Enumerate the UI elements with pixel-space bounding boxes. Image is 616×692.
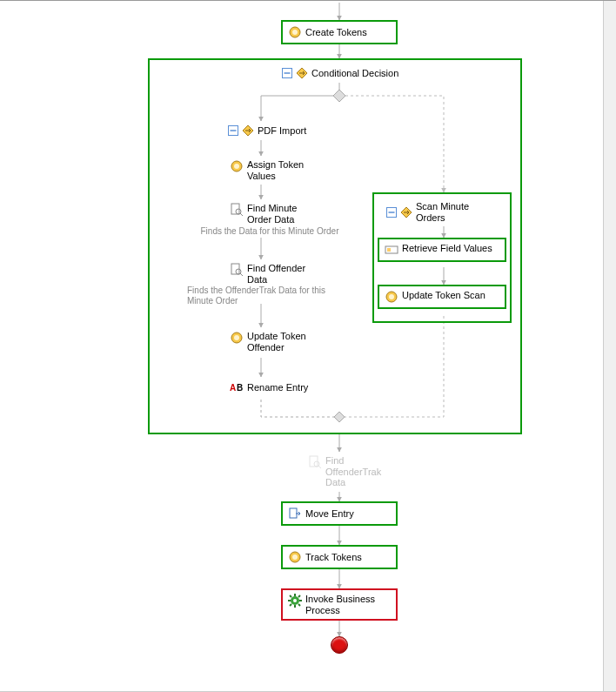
- svg-point-26: [234, 164, 239, 169]
- node-pdf-import[interactable]: PDF Import: [223, 121, 311, 140]
- svg-point-43: [389, 294, 394, 299]
- move-doc-icon: [288, 507, 302, 521]
- node-invoke-business-process[interactable]: Invoke Business Process: [281, 588, 398, 621]
- svg-line-46: [318, 466, 321, 468]
- svg-rect-47: [290, 508, 297, 518]
- node-subtitle: Finds the OffenderTrak Data for this Min…: [187, 285, 352, 306]
- diamond-arrow-icon: [400, 206, 412, 218]
- workflow-canvas[interactable]: Create Tokens Conditional Decision PDF I…: [0, 0, 616, 692]
- node-label: Find OffenderTrak Data: [325, 455, 402, 488]
- node-label: Scan Minute Orders: [416, 201, 498, 223]
- node-move-entry[interactable]: Move Entry: [281, 501, 398, 526]
- node-update-token-offender[interactable]: Update Token Offender: [224, 327, 320, 356]
- diamond-arrow-icon: [242, 124, 254, 137]
- node-scan-minute-orders[interactable]: Scan Minute Orders: [381, 198, 503, 226]
- node-label: Retrieve Field Values: [402, 243, 492, 254]
- token-icon: [230, 159, 244, 173]
- field-box-icon: [385, 243, 398, 257]
- node-retrieve-field-values[interactable]: Retrieve Field Values: [378, 238, 506, 262]
- svg-line-32: [240, 273, 243, 276]
- token-icon: [385, 290, 398, 304]
- node-label: Rename Entry: [247, 382, 308, 393]
- svg-line-56: [298, 604, 300, 606]
- svg-line-29: [240, 213, 243, 216]
- node-update-token-scan[interactable]: Update Token Scan: [378, 285, 506, 309]
- search-doc-icon: [230, 263, 244, 277]
- node-label: Track Tokens: [305, 552, 362, 563]
- node-label: Find Offender Data: [247, 263, 324, 285]
- svg-text:B: B: [237, 383, 243, 393]
- collapse-icon[interactable]: [228, 125, 238, 136]
- node-track-tokens[interactable]: Track Tokens: [281, 545, 398, 569]
- node-find-minute-order-data[interactable]: Find Minute Order Data: [224, 199, 329, 225]
- diamond-arrow-icon: [296, 67, 308, 79]
- token-icon: [288, 550, 302, 564]
- node-find-offender-data[interactable]: Find Offender Data: [224, 259, 329, 285]
- svg-line-55: [290, 595, 291, 597]
- token-icon: [230, 331, 244, 345]
- node-assign-token-values[interactable]: Assign Token Values: [224, 156, 320, 185]
- svg-text:A: A: [230, 383, 236, 393]
- collapse-icon[interactable]: [386, 207, 397, 218]
- node-conditional-decision[interactable]: Conditional Decision: [277, 64, 404, 83]
- node-label: Find Minute Order Data: [247, 203, 324, 225]
- scrollbar-right[interactable]: [603, 1, 616, 691]
- gear-green-icon: [288, 594, 302, 608]
- node-label: Assign Token Values: [247, 159, 315, 181]
- node-label: Move Entry: [305, 508, 354, 520]
- node-label: Conditional Decision: [311, 68, 398, 79]
- node-find-offendertrak-data-ghost[interactable]: Find OffenderTrak Data: [303, 452, 407, 492]
- node-label: Invoke Business Process: [305, 594, 391, 615]
- svg-point-18: [292, 30, 298, 35]
- node-subtitle: Finds the Data for this Minute Order: [191, 225, 348, 236]
- search-doc-icon: [308, 455, 322, 469]
- svg-point-59: [293, 599, 297, 602]
- svg-point-34: [234, 335, 239, 340]
- collapse-icon[interactable]: [282, 68, 292, 78]
- svg-rect-41: [387, 248, 391, 252]
- node-create-tokens[interactable]: Create Tokens: [281, 20, 398, 44]
- node-label: PDF Import: [258, 125, 306, 137]
- svg-line-58: [290, 604, 291, 606]
- token-icon: [288, 25, 302, 39]
- rename-ab-icon: AB: [230, 380, 244, 394]
- svg-line-57: [298, 595, 300, 597]
- end-terminator[interactable]: [331, 636, 348, 654]
- svg-point-49: [292, 554, 298, 560]
- node-label: Update Token Offender: [247, 331, 315, 353]
- node-rename-entry[interactable]: AB Rename Entry: [224, 377, 313, 398]
- node-label: Create Tokens: [305, 27, 367, 38]
- node-label: Update Token Scan: [402, 290, 485, 301]
- search-doc-icon: [230, 203, 244, 217]
